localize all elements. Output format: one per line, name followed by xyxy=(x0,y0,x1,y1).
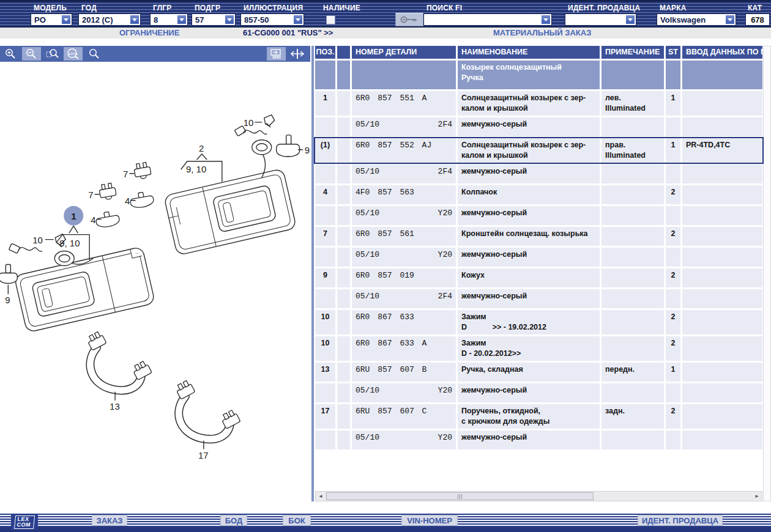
chevron-down-icon[interactable] xyxy=(225,15,234,24)
callout-17[interactable]: 17 xyxy=(198,450,209,460)
table-row[interactable]: 05/10Y20жемчужно-серый xyxy=(315,383,762,402)
cell-blank xyxy=(337,164,350,183)
cell-pos xyxy=(315,383,335,402)
callout-13[interactable]: 13 xyxy=(110,401,120,412)
chevron-down-icon[interactable] xyxy=(293,15,303,24)
cell-part-number: 6RU 857 607 C xyxy=(352,404,456,429)
search-button[interactable] xyxy=(84,47,103,61)
cell-pos: 17 xyxy=(315,404,335,429)
scroll-right-arrow[interactable]: ► xyxy=(752,492,762,501)
search-fi-select[interactable] xyxy=(423,13,552,26)
parts-table-panel: ПОЗ. НОМЕР ДЕТАЛИ НАИМЕНОВАНИЕ ПРИМЕЧАНИ… xyxy=(315,46,771,501)
callout-4-lower[interactable]: 4 xyxy=(91,215,95,225)
sub-group-label: ПОДГР xyxy=(195,4,220,12)
restriction-button[interactable]: ОГРАНИЧЕНИЕ xyxy=(119,28,179,37)
cell-note: передн. xyxy=(602,363,664,382)
cell-note xyxy=(602,289,664,308)
cell-st: 2 xyxy=(666,310,680,334)
cell-pos xyxy=(315,289,335,308)
chevron-down-icon[interactable] xyxy=(725,15,735,24)
bod-button[interactable]: БОД xyxy=(220,515,247,526)
cell-st: 2 xyxy=(666,404,680,429)
cell-name: жемчужно-серый xyxy=(458,430,600,449)
cell-name: жемчужно-серый xyxy=(458,164,600,183)
brand-select[interactable]: Volkswagen xyxy=(657,13,736,26)
chevron-down-icon[interactable] xyxy=(130,15,140,24)
vin-number-button[interactable]: VIN-НОМЕР xyxy=(401,515,458,526)
table-row[interactable]: 106R0 867 633 AЗажимD - 20.02.2012>>2 xyxy=(315,336,762,361)
availability-checkbox[interactable] xyxy=(326,15,335,24)
table-row[interactable]: 106R0 867 633ЗажимD >> - 19.02.20122 xyxy=(315,310,762,334)
bracket-7-upper-drawing xyxy=(133,162,152,180)
bok-button[interactable]: БОК xyxy=(283,515,311,526)
sub-group-select[interactable]: 57 xyxy=(192,13,236,26)
zoom-window-button[interactable] xyxy=(43,47,62,61)
cell-name: Поручень, откидной,с крючком для одежды xyxy=(458,404,600,429)
table-row[interactable]: 176RU 857 607 CПоручень, откидной,с крюч… xyxy=(315,404,762,429)
chevron-down-icon[interactable] xyxy=(541,15,551,24)
callout-1[interactable]: 1 9, 10 xyxy=(59,206,83,248)
cell-st: 2 xyxy=(666,336,680,361)
key-button[interactable] xyxy=(395,13,423,26)
cell-st xyxy=(666,248,680,267)
fit-width-button[interactable] xyxy=(288,47,307,61)
zoom-100-icon: 100% xyxy=(65,48,81,59)
cell-st: 2 xyxy=(666,185,680,204)
callout-7-upper[interactable]: 7 xyxy=(123,169,128,179)
chevron-down-icon[interactable] xyxy=(61,15,71,24)
material-order-button[interactable]: МАТЕРИАЛЬНЫЙ ЗАКАЗ xyxy=(493,28,591,37)
order-button[interactable]: ЗАКАЗ xyxy=(92,515,127,526)
chevron-down-icon[interactable] xyxy=(625,15,635,24)
scrollbar-thumb[interactable] xyxy=(326,492,594,500)
detach-panel-button[interactable] xyxy=(267,47,286,61)
callout-9-left[interactable]: 9 xyxy=(5,295,10,305)
cell-entry xyxy=(682,117,762,136)
callout-7-lower[interactable]: 7 xyxy=(88,190,93,200)
vertical-scrollbar[interactable] xyxy=(763,46,771,501)
table-row[interactable]: 96R0 857 019Кожух2 xyxy=(315,268,762,287)
zoom-100-button[interactable]: 100% xyxy=(64,47,83,61)
main-group-select[interactable]: 8 xyxy=(150,13,188,26)
chevron-down-icon[interactable] xyxy=(177,15,187,24)
year-select[interactable]: 2012 (C) xyxy=(78,13,141,26)
panel-splitter[interactable] xyxy=(310,46,314,501)
bottom-bar: LEX COM ЗАКАЗ БОД БОК VIN-НОМЕР ИДЕНТ. П… xyxy=(0,512,771,532)
header-blank xyxy=(337,46,350,59)
zoom-in-button[interactable] xyxy=(1,47,20,61)
cell-part-number: 05/102F4 xyxy=(352,117,456,136)
table-row[interactable]: 05/10Y20жемчужно-серый xyxy=(315,206,762,225)
table-row[interactable]: 05/10Y20жемчужно-серый xyxy=(315,248,762,267)
callout-10-right[interactable]: 10 xyxy=(244,117,254,128)
sun-visor-right-drawing xyxy=(164,169,297,256)
cell-entry xyxy=(682,404,762,429)
table-row[interactable]: 05/102F4жемчужно-серый xyxy=(315,289,762,308)
horizontal-scrollbar[interactable]: ◄ ► xyxy=(315,491,762,501)
table-row[interactable]: 16R0 857 551 AСолнцезащитный козырек с з… xyxy=(315,91,762,116)
callout-9-right[interactable]: 9 xyxy=(305,145,310,155)
cell-blank xyxy=(337,289,350,308)
model-select[interactable]: PO xyxy=(31,13,72,26)
cell-entry xyxy=(682,227,762,246)
table-row[interactable]: 76R0 857 561Кронштейн солнцезащ. козырьк… xyxy=(315,227,762,246)
table-row[interactable]: 05/102F4жемчужно-серый xyxy=(315,117,762,136)
callout-10-left[interactable]: 10 xyxy=(32,235,43,245)
illustration-select[interactable]: 857-50 xyxy=(240,13,304,26)
cell-note xyxy=(602,206,664,225)
table-row[interactable]: 136RU 857 607 BРучка, складнаяпередн.1 xyxy=(315,363,762,382)
illustration-panel[interactable]: 1 9, 10 2 9, 10 7 7 4 4 10 9 10 9 13 17 xyxy=(0,62,310,501)
zoom-out-button[interactable] xyxy=(22,47,41,61)
seller-id-button[interactable]: ИДЕНТ. ПРОДАВЦА xyxy=(638,515,723,526)
year-label: ГОД xyxy=(81,4,97,12)
cell-name: ЗажимD >> - 19.02.2012 xyxy=(458,310,600,334)
callout-4-upper[interactable]: 4 xyxy=(125,196,130,206)
cell-pos: 7 xyxy=(315,227,335,246)
callout-2[interactable]: 2 9, 10 xyxy=(186,143,206,174)
table-row[interactable]: (1)6R0 857 552 AJСолнцезащитный козырек … xyxy=(315,138,762,163)
top-toolbar: МОДЕЛЬ PO ГОД 2012 (C) ГЛГР 8 ПОДГР 57 И… xyxy=(0,0,771,28)
clip-10-right-drawing xyxy=(264,115,275,127)
table-row[interactable]: 05/102F4жемчужно-серый xyxy=(315,164,762,183)
scroll-left-arrow[interactable]: ◄ xyxy=(316,492,326,501)
table-row[interactable]: 05/10Y20жемчужно-серый xyxy=(315,430,762,449)
table-row[interactable]: 44F0 857 563Колпачок2 xyxy=(315,185,762,204)
seller-id-select[interactable] xyxy=(565,13,636,26)
